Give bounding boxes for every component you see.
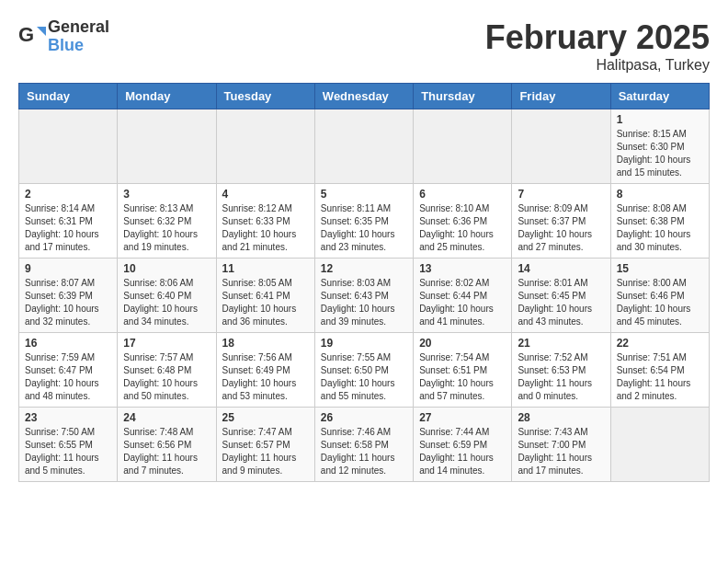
logo-general-text: General xyxy=(48,18,109,37)
weekday-header-wednesday: Wednesday xyxy=(314,84,413,109)
day-number: 20 xyxy=(419,337,506,350)
weekday-header-friday: Friday xyxy=(512,84,610,109)
day-info: Sunrise: 8:14 AM Sunset: 6:31 PM Dayligh… xyxy=(25,202,111,254)
calendar-row-1: 1Sunrise: 8:15 AM Sunset: 6:30 PM Daylig… xyxy=(19,109,710,184)
day-info: Sunrise: 8:09 AM Sunset: 6:37 PM Dayligh… xyxy=(518,202,604,254)
day-info: Sunrise: 7:55 AM Sunset: 6:50 PM Dayligh… xyxy=(321,351,407,403)
calendar-cell: 8Sunrise: 8:08 AM Sunset: 6:38 PM Daylig… xyxy=(610,184,709,259)
calendar-cell: 11Sunrise: 8:05 AM Sunset: 6:41 PM Dayli… xyxy=(216,259,314,333)
weekday-header-sunday: Sunday xyxy=(19,84,118,109)
day-info: Sunrise: 8:11 AM Sunset: 6:35 PM Dayligh… xyxy=(321,202,407,254)
day-info: Sunrise: 8:00 AM Sunset: 6:46 PM Dayligh… xyxy=(617,277,703,328)
calendar-row-5: 23Sunrise: 7:50 AM Sunset: 6:55 PM Dayli… xyxy=(19,408,710,482)
calendar-cell: 16Sunrise: 7:59 AM Sunset: 6:47 PM Dayli… xyxy=(19,333,118,408)
day-number: 15 xyxy=(617,262,703,275)
day-info: Sunrise: 8:08 AM Sunset: 6:38 PM Dayligh… xyxy=(617,202,703,254)
calendar-row-4: 16Sunrise: 7:59 AM Sunset: 6:47 PM Dayli… xyxy=(19,333,710,408)
calendar-cell: 21Sunrise: 7:52 AM Sunset: 6:53 PM Dayli… xyxy=(512,333,610,408)
day-info: Sunrise: 8:15 AM Sunset: 6:30 PM Dayligh… xyxy=(617,128,703,179)
day-info: Sunrise: 8:02 AM Sunset: 6:44 PM Dayligh… xyxy=(419,277,506,328)
day-info: Sunrise: 7:57 AM Sunset: 6:48 PM Dayligh… xyxy=(123,351,210,403)
calendar-cell: 20Sunrise: 7:54 AM Sunset: 6:51 PM Dayli… xyxy=(414,333,512,408)
logo: G General Blue xyxy=(18,18,109,55)
day-number: 2 xyxy=(25,188,111,201)
calendar-cell: 19Sunrise: 7:55 AM Sunset: 6:50 PM Dayli… xyxy=(314,333,413,408)
day-info: Sunrise: 7:48 AM Sunset: 6:56 PM Dayligh… xyxy=(123,426,210,477)
day-info: Sunrise: 7:44 AM Sunset: 6:59 PM Dayligh… xyxy=(419,426,506,477)
calendar-cell: 24Sunrise: 7:48 AM Sunset: 6:56 PM Dayli… xyxy=(118,408,216,482)
day-number: 23 xyxy=(25,411,111,424)
day-info: Sunrise: 8:06 AM Sunset: 6:40 PM Dayligh… xyxy=(123,277,210,328)
day-number: 12 xyxy=(321,262,407,275)
day-number: 6 xyxy=(419,188,506,201)
day-number: 25 xyxy=(222,411,309,424)
calendar-cell xyxy=(610,408,709,482)
day-number: 26 xyxy=(321,411,407,424)
calendar-table: SundayMondayTuesdayWednesdayThursdayFrid… xyxy=(18,83,710,482)
day-number: 18 xyxy=(222,337,309,350)
day-number: 10 xyxy=(123,262,210,275)
calendar-cell: 2Sunrise: 8:14 AM Sunset: 6:31 PM Daylig… xyxy=(19,184,118,259)
day-info: Sunrise: 8:10 AM Sunset: 6:36 PM Dayligh… xyxy=(419,202,506,254)
title-block: February 2025 Halitpasa, Turkey xyxy=(485,18,710,74)
calendar-cell: 4Sunrise: 8:12 AM Sunset: 6:33 PM Daylig… xyxy=(216,184,314,259)
calendar-cell: 1Sunrise: 8:15 AM Sunset: 6:30 PM Daylig… xyxy=(610,109,709,184)
calendar-cell: 7Sunrise: 8:09 AM Sunset: 6:37 PM Daylig… xyxy=(512,184,610,259)
calendar-cell: 10Sunrise: 8:06 AM Sunset: 6:40 PM Dayli… xyxy=(118,259,216,333)
calendar-cell: 18Sunrise: 7:56 AM Sunset: 6:49 PM Dayli… xyxy=(216,333,314,408)
day-number: 4 xyxy=(222,188,309,201)
weekday-header-saturday: Saturday xyxy=(610,84,709,109)
day-info: Sunrise: 8:13 AM Sunset: 6:32 PM Dayligh… xyxy=(123,202,210,254)
day-number: 19 xyxy=(321,337,407,350)
weekday-header-monday: Monday xyxy=(118,84,216,109)
day-info: Sunrise: 8:05 AM Sunset: 6:41 PM Dayligh… xyxy=(222,277,309,328)
calendar-cell: 13Sunrise: 8:02 AM Sunset: 6:44 PM Dayli… xyxy=(414,259,512,333)
calendar-cell: 17Sunrise: 7:57 AM Sunset: 6:48 PM Dayli… xyxy=(118,333,216,408)
day-info: Sunrise: 7:50 AM Sunset: 6:55 PM Dayligh… xyxy=(25,426,111,477)
calendar-cell: 23Sunrise: 7:50 AM Sunset: 6:55 PM Dayli… xyxy=(19,408,118,482)
calendar-cell xyxy=(216,109,314,184)
calendar-cell: 14Sunrise: 8:01 AM Sunset: 6:45 PM Dayli… xyxy=(512,259,610,333)
day-number: 13 xyxy=(419,262,506,275)
day-info: Sunrise: 7:56 AM Sunset: 6:49 PM Dayligh… xyxy=(222,351,309,403)
calendar-cell: 3Sunrise: 8:13 AM Sunset: 6:32 PM Daylig… xyxy=(118,184,216,259)
calendar-cell: 27Sunrise: 7:44 AM Sunset: 6:59 PM Dayli… xyxy=(414,408,512,482)
day-info: Sunrise: 7:59 AM Sunset: 6:47 PM Dayligh… xyxy=(25,351,111,403)
day-info: Sunrise: 8:07 AM Sunset: 6:39 PM Dayligh… xyxy=(25,277,111,328)
day-info: Sunrise: 7:54 AM Sunset: 6:51 PM Dayligh… xyxy=(419,351,506,403)
day-number: 24 xyxy=(123,411,210,424)
day-number: 14 xyxy=(518,262,604,275)
calendar-cell: 5Sunrise: 8:11 AM Sunset: 6:35 PM Daylig… xyxy=(314,184,413,259)
location: Halitpasa, Turkey xyxy=(485,57,710,74)
calendar-cell xyxy=(118,109,216,184)
svg-marker-1 xyxy=(37,27,46,36)
calendar-cell: 25Sunrise: 7:47 AM Sunset: 6:57 PM Dayli… xyxy=(216,408,314,482)
day-number: 9 xyxy=(25,262,111,275)
logo-icon: G xyxy=(18,23,46,51)
day-number: 17 xyxy=(123,337,210,350)
day-number: 8 xyxy=(617,188,703,201)
day-info: Sunrise: 7:43 AM Sunset: 7:00 PM Dayligh… xyxy=(518,426,604,477)
logo-blue-text: Blue xyxy=(48,37,109,55)
svg-text:G: G xyxy=(18,23,34,46)
calendar-cell: 9Sunrise: 8:07 AM Sunset: 6:39 PM Daylig… xyxy=(19,259,118,333)
day-info: Sunrise: 7:47 AM Sunset: 6:57 PM Dayligh… xyxy=(222,426,309,477)
calendar-cell: 15Sunrise: 8:00 AM Sunset: 6:46 PM Dayli… xyxy=(610,259,709,333)
calendar-cell: 26Sunrise: 7:46 AM Sunset: 6:58 PM Dayli… xyxy=(314,408,413,482)
day-number: 27 xyxy=(419,411,506,424)
day-info: Sunrise: 7:52 AM Sunset: 6:53 PM Dayligh… xyxy=(518,351,604,403)
day-number: 1 xyxy=(617,113,703,126)
day-info: Sunrise: 7:46 AM Sunset: 6:58 PM Dayligh… xyxy=(321,426,407,477)
day-info: Sunrise: 8:03 AM Sunset: 6:43 PM Dayligh… xyxy=(321,277,407,328)
calendar-cell xyxy=(512,109,610,184)
calendar-cell xyxy=(19,109,118,184)
calendar-cell: 12Sunrise: 8:03 AM Sunset: 6:43 PM Dayli… xyxy=(314,259,413,333)
weekday-header-thursday: Thursday xyxy=(414,84,512,109)
weekday-header-row: SundayMondayTuesdayWednesdayThursdayFrid… xyxy=(19,84,710,109)
day-info: Sunrise: 8:01 AM Sunset: 6:45 PM Dayligh… xyxy=(518,277,604,328)
day-info: Sunrise: 8:12 AM Sunset: 6:33 PM Dayligh… xyxy=(222,202,309,254)
calendar-row-3: 9Sunrise: 8:07 AM Sunset: 6:39 PM Daylig… xyxy=(19,259,710,333)
day-number: 22 xyxy=(617,337,703,350)
weekday-header-tuesday: Tuesday xyxy=(216,84,314,109)
month-title: February 2025 xyxy=(485,18,710,57)
